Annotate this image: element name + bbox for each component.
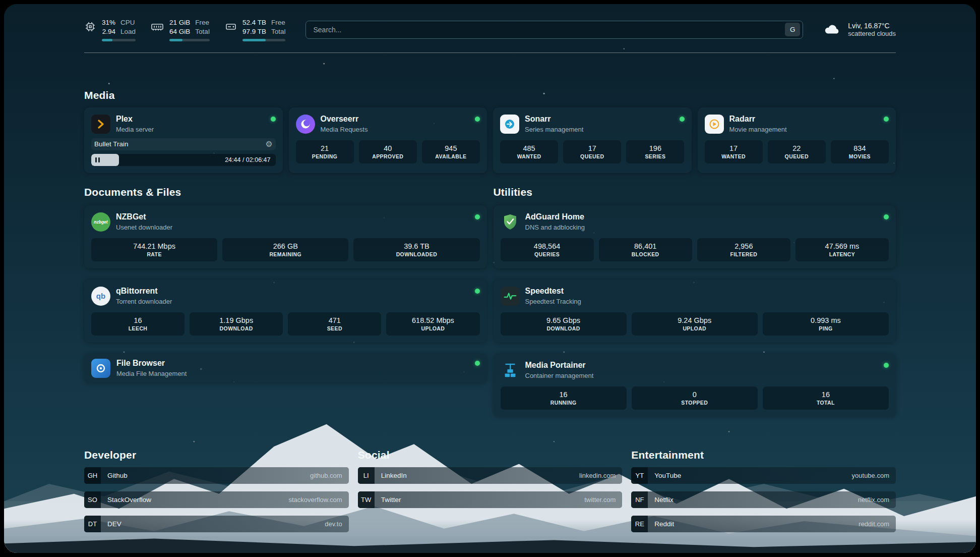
- bookmark-url: netflix.com: [858, 496, 889, 504]
- stat-value: 744.21 Mbps: [133, 242, 175, 250]
- app-desc: Movie management: [729, 126, 787, 133]
- app-card-nzbget[interactable]: nzbget NZBGet Usenet downloader 744.21 M…: [84, 205, 487, 268]
- status-dot: [884, 363, 889, 368]
- stat-label: SERIES: [645, 153, 665, 159]
- stat-label: RATE: [147, 251, 161, 257]
- stat-box: 618.52 MbpsUPLOAD: [386, 312, 479, 336]
- app-title: Sonarr: [525, 115, 583, 124]
- stat-label: APPROVED: [372, 153, 403, 159]
- stat-value: 471: [329, 316, 341, 324]
- bookmark-url: youtube.com: [852, 472, 889, 479]
- app-card-overseerr[interactable]: Overseerr Media Requests 21PENDING 40APP…: [289, 107, 487, 173]
- stat-box: 9.24 GbpsUPLOAD: [632, 312, 758, 336]
- status-dot: [884, 214, 889, 219]
- app-card-adguard[interactable]: AdGuard Home DNS and adblocking 498,564Q…: [494, 205, 896, 268]
- bookmark-name: LinkedIn: [381, 472, 407, 479]
- stat-label: WANTED: [721, 153, 746, 159]
- bookmark-name: Reddit: [654, 520, 674, 528]
- app-desc: Media Requests: [321, 126, 368, 133]
- app-card-filebrowser[interactable]: File Browser Media File Management: [84, 354, 487, 383]
- app-title: Speedtest: [525, 287, 581, 296]
- search-bar: G: [305, 21, 803, 39]
- app-title: Media Portainer: [525, 361, 594, 370]
- storage-free-value: 52.4 TB: [242, 18, 266, 27]
- stat-box: 17QUEUED: [563, 140, 621, 163]
- bookmark-name: Github: [107, 472, 128, 479]
- stat-box: 2,956FILTERED: [697, 238, 790, 261]
- app-card-sonarr[interactable]: Sonarr Series management 485WANTED 17QUE…: [493, 107, 692, 173]
- stat-label: PING: [819, 325, 832, 331]
- stat-box: 22QUEUED: [768, 140, 826, 163]
- stat-box: 196SERIES: [626, 140, 684, 163]
- settings-gear-icon[interactable]: ⚙: [265, 140, 272, 148]
- status-dot: [475, 117, 480, 122]
- playback-time: 24:44 / 02:06:47: [225, 156, 270, 163]
- cpu-widget: 31% 2.94 CPU Load: [84, 18, 136, 41]
- bookmark-abbr: YT: [631, 467, 648, 484]
- memory-free-value: 21 GiB: [169, 18, 190, 27]
- storage-total-value: 97.9 TB: [242, 27, 266, 36]
- stat-value: 9.24 Gbps: [678, 316, 711, 324]
- stat-label: QUEUED: [580, 153, 604, 159]
- search-input[interactable]: [313, 26, 785, 34]
- pause-button[interactable]: [95, 157, 100, 162]
- stat-value: 21: [321, 144, 329, 152]
- bookmark-url: twitter.com: [584, 496, 616, 504]
- bookmark-abbr: SO: [84, 491, 101, 508]
- app-card-plex[interactable]: Plex Media server Bullet Train ⚙ 24:44 /…: [84, 107, 283, 173]
- bookmark-abbr: LI: [358, 467, 375, 484]
- stat-value: 16: [560, 391, 568, 399]
- bookmark-reddit[interactable]: RE Reddit reddit.com: [631, 516, 896, 532]
- stat-label: REMAINING: [269, 251, 301, 257]
- stat-value: 39.6 TB: [404, 242, 430, 250]
- utilities-column: Utilities AdGuard Home DNS and adblockin…: [494, 186, 896, 417]
- bookmark-twitter[interactable]: TW Twitter twitter.com: [358, 491, 623, 508]
- now-playing-title: Bullet Train: [94, 140, 129, 148]
- cloud-icon: [823, 22, 841, 38]
- stat-label: BLOCKED: [632, 251, 659, 257]
- social-column: Social LI LinkedIn linkedin.com TW Twitt…: [358, 449, 623, 532]
- stat-label: DOWNLOAD: [220, 325, 253, 331]
- adguard-icon: [501, 212, 520, 232]
- bookmark-github[interactable]: GH Github github.com: [84, 467, 349, 484]
- weather-widget: Lviv, 16.87°C scattered clouds: [823, 22, 896, 38]
- status-dot: [884, 117, 889, 122]
- entertainment-column: Entertainment YT YouTube youtube.com NF …: [631, 449, 896, 532]
- weather-condition: scattered clouds: [848, 30, 896, 37]
- stat-box: 945AVAILABLE: [422, 140, 480, 163]
- bookmark-name: Twitter: [381, 496, 401, 504]
- weather-location: Lviv, 16.87°C: [848, 22, 896, 30]
- storage-icon: [225, 21, 237, 35]
- playback-progressbar[interactable]: 24:44 / 02:06:47: [91, 154, 276, 166]
- bookmark-dev[interactable]: DT DEV dev.to: [84, 516, 349, 532]
- search-engine-button[interactable]: G: [785, 23, 800, 36]
- stat-label: DOWNLOADED: [396, 251, 438, 257]
- stat-value: 16: [134, 316, 142, 324]
- stat-box: 17WANTED: [705, 140, 763, 163]
- app-title: Plex: [116, 115, 154, 124]
- bookmark-youtube[interactable]: YT YouTube youtube.com: [631, 467, 896, 484]
- cpu-label: CPU: [120, 18, 136, 27]
- bookmark-stackoverflow[interactable]: SO StackOverflow stackoverflow.com: [84, 491, 349, 508]
- bookmark-linkedin[interactable]: LI LinkedIn linkedin.com: [358, 467, 623, 484]
- bookmark-netflix[interactable]: NF Netflix netflix.com: [631, 491, 896, 508]
- topbar: 31% 2.94 CPU Load: [84, 18, 896, 41]
- stat-box: 471SEED: [288, 312, 381, 336]
- app-title: qBittorrent: [116, 287, 172, 296]
- app-desc: Torrent downloader: [116, 298, 172, 305]
- bookmark-name: DEV: [107, 520, 121, 528]
- stat-box: 16LEECH: [91, 312, 185, 336]
- status-dot: [475, 289, 480, 294]
- app-card-speedtest[interactable]: Speedtest Speedtest Tracking 9.65 GbpsDO…: [494, 280, 896, 343]
- app-card-portainer[interactable]: Media Portainer Container management 16R…: [494, 354, 896, 417]
- stat-box: 485WANTED: [500, 140, 558, 163]
- stat-box: 0.993 msPING: [763, 312, 889, 336]
- app-title: Overseerr: [321, 115, 368, 124]
- app-card-radarr[interactable]: Radarr Movie management 17WANTED 22QUEUE…: [698, 107, 896, 173]
- stat-value: 498,564: [534, 242, 560, 250]
- bookmark-url: dev.to: [325, 520, 342, 528]
- storage-free-label: Free: [271, 18, 286, 27]
- stat-value: 0: [693, 391, 697, 399]
- app-card-qbittorrent[interactable]: qb qBittorrent Torrent downloader 16LEEC…: [84, 280, 487, 343]
- app-title: Radarr: [729, 115, 787, 124]
